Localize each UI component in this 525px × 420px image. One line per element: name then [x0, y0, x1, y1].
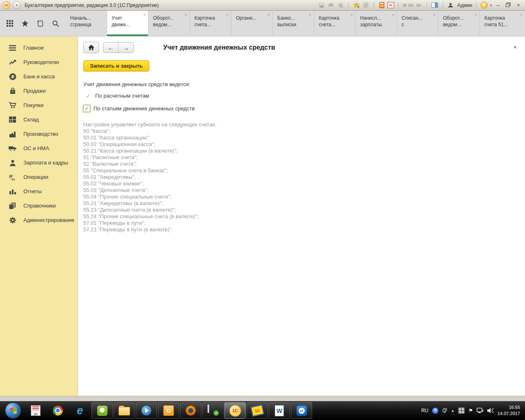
split-view-icon[interactable] — [431, 2, 438, 9]
sidebar-item-salary-hr[interactable]: Зарплата и кадры — [0, 155, 78, 170]
tab-cash-flow-accounting[interactable]: Учет движе... × — [107, 11, 148, 36]
sidebar-item-main[interactable]: Главное — [0, 41, 78, 55]
taskbar-app-1c-v7[interactable]: 1С — [247, 402, 268, 419]
network-icon[interactable] — [477, 408, 484, 413]
close-tab-icon[interactable]: × — [350, 13, 353, 17]
close-tab-icon[interactable]: × — [226, 13, 228, 17]
option-cash-flow-items: ✓ По статьям движения денежных средств — [83, 105, 525, 112]
memory-recall-button[interactable]: M — [403, 3, 406, 8]
favorites-star-icon[interactable] — [21, 20, 29, 27]
tab-bank-statements[interactable]: Банко... выписки × — [273, 11, 314, 36]
taskbar-app-remote-desktop[interactable]: ⇄ — [202, 402, 224, 419]
close-tab-icon[interactable]: × — [143, 13, 146, 17]
tab-write-off[interactable]: Списан... с × — [397, 11, 438, 36]
tab-account-card[interactable]: Карточка счета... × — [190, 11, 231, 36]
taskbar-app-outlook[interactable]: O — [158, 402, 179, 419]
sidebar-item-bank-cash[interactable]: ₽ Банк и касса — [0, 69, 78, 84]
taskbar-app-teamviewer[interactable]: ⇄ — [291, 402, 312, 419]
memory-minus-button[interactable]: M− — [416, 3, 422, 8]
sidebar-item-directories[interactable]: Справочники — [0, 199, 78, 213]
tray-window-icon[interactable] — [443, 408, 447, 413]
help-icon[interactable]: ? — [432, 407, 439, 414]
teamviewer-icon: ⇄ — [297, 406, 307, 416]
gear-icon — [9, 216, 16, 224]
sidebar-item-fixed-assets[interactable]: ОС и НМА — [0, 141, 78, 155]
taskbar-app-explorer[interactable] — [114, 402, 135, 419]
sidebar-item-purchases[interactable]: Покупки — [0, 98, 78, 112]
tab-home-page[interactable]: Началь... страница — [66, 11, 107, 36]
save-icon[interactable] — [318, 2, 325, 9]
sidebar-item-production[interactable]: Производство — [0, 127, 78, 141]
start-button[interactable] — [5, 402, 21, 419]
restore-button[interactable] — [504, 2, 512, 8]
headset-app-icon — [97, 406, 107, 416]
sidebar-item-manager[interactable]: Руководителю — [0, 55, 78, 69]
account-line: 55.24 "Прочие специальные счета (в валют… — [83, 213, 525, 220]
close-tab-icon[interactable]: × — [267, 13, 270, 17]
sidebar-item-reports[interactable]: Отчеты — [0, 184, 78, 199]
print-preview-icon[interactable] — [337, 2, 344, 9]
language-indicator[interactable]: RU — [421, 408, 428, 413]
taskbar-app-1c-enterprise[interactable]: 1С — [224, 402, 246, 419]
tab-organizations[interactable]: Органи... × — [231, 11, 273, 36]
taskbar-app-word[interactable]: W — [269, 402, 290, 419]
tab-turnover-sheet[interactable]: Оборот... ведом... × — [148, 11, 190, 36]
volume-icon[interactable] — [487, 408, 494, 413]
close-tab-icon[interactable]: × — [392, 13, 394, 17]
taskbar-app-media-player[interactable] — [136, 402, 157, 419]
apps-grid-icon[interactable] — [7, 20, 13, 27]
page-title: Учет движения денежных средств — [163, 44, 275, 51]
memory-plus-button[interactable]: M+ — [409, 3, 415, 8]
chevron-down-icon[interactable]: ▾ — [490, 3, 492, 7]
history-icon[interactable] — [37, 20, 44, 27]
sidebar-item-administration[interactable]: Администрирование — [0, 213, 78, 227]
tab-account-card-51[interactable]: Карточка счета 51... × — [480, 11, 525, 36]
sidebar-item-sales[interactable]: Продажи — [0, 84, 78, 98]
1c-icon: 1С — [229, 405, 241, 417]
info-icon[interactable]: i — [481, 2, 488, 9]
close-tab-icon[interactable]: × — [309, 13, 311, 17]
tab-account-card-2[interactable]: Карточка счета... × — [314, 11, 356, 36]
action-center-flag-icon[interactable]: ⚑ — [468, 408, 473, 413]
tray-app-icon[interactable] — [458, 407, 465, 414]
account-line: 50 "Касса"; — [83, 128, 525, 135]
user-name[interactable]: Админ — [457, 2, 472, 8]
cash-flow-items-checkbox[interactable]: ✓ — [83, 105, 90, 112]
calculator-icon[interactable] — [378, 2, 386, 9]
main-menu-dropdown-button[interactable]: ▾ — [13, 1, 21, 9]
search-icon[interactable] — [52, 20, 59, 27]
close-tab-icon[interactable]: × — [475, 13, 477, 17]
minimize-button[interactable]: – — [494, 2, 502, 8]
close-tab-icon[interactable]: × — [185, 13, 187, 17]
account-line: 51 "Расчетные счета"; — [83, 154, 525, 161]
close-tab-icon[interactable]: × — [520, 13, 523, 17]
save-and-close-button[interactable]: Записать и закрыть — [83, 60, 149, 71]
clock[interactable]: 16:55 14.07.2017 — [498, 404, 520, 417]
cart-icon — [9, 101, 16, 109]
tab-turnover-sheet-2[interactable]: Оборот... ведом... × — [438, 11, 480, 36]
close-button[interactable]: × — [514, 2, 523, 8]
tab-payroll[interactable]: Начисл... зарплаты × — [356, 11, 397, 36]
sidebar-item-operations[interactable]: ДтКт Операции — [0, 170, 78, 184]
close-form-icon[interactable]: × — [514, 44, 517, 50]
report-icon[interactable] — [362, 2, 370, 9]
taskbar-app-firefox[interactable] — [180, 402, 201, 419]
bag-icon — [9, 87, 16, 95]
sidebar-item-warehouse[interactable]: Склад — [0, 112, 78, 127]
taskbar-app-headset[interactable] — [91, 402, 113, 419]
menu-icon — [9, 44, 16, 52]
show-hidden-icons[interactable]: ▲ — [451, 409, 454, 413]
home-icon — [88, 45, 94, 50]
taskbar-app-floppy64[interactable]: 64 — [25, 402, 46, 419]
forward-button[interactable]: → — [119, 43, 133, 52]
print-icon[interactable] — [327, 2, 335, 9]
back-button[interactable]: ← — [103, 43, 119, 52]
history-nav-buttons: ← → — [103, 42, 134, 53]
add-favorite-icon[interactable] — [353, 2, 360, 9]
taskbar-app-chrome[interactable] — [47, 402, 68, 419]
close-tab-icon[interactable]: × — [433, 13, 436, 17]
taskbar-app-internet-explorer[interactable]: e — [69, 402, 91, 419]
home-button[interactable] — [83, 42, 99, 53]
calendar-icon[interactable]: 31 — [388, 2, 394, 8]
windows-logo-icon — [10, 407, 17, 414]
